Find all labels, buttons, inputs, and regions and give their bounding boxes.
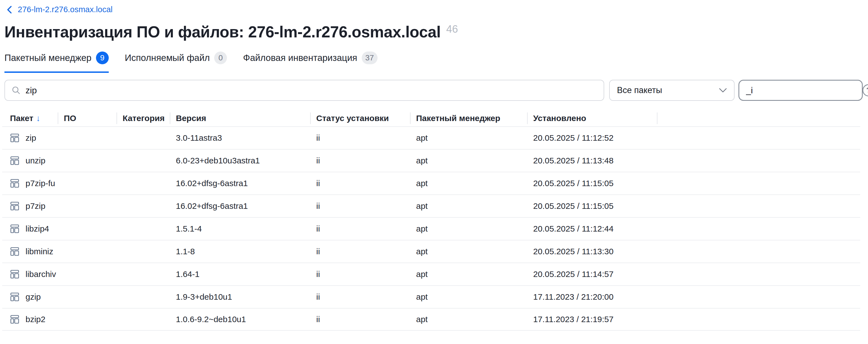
column-header-installed[interactable]: Установлено <box>527 110 657 126</box>
tab-label: Исполняемый файл <box>125 53 210 63</box>
package-name[interactable]: bzip2 <box>26 315 45 324</box>
installed-cell: 20.05.2025 / 11:13:48 <box>527 149 657 172</box>
package-icon <box>10 179 20 188</box>
installed-cell: 20.05.2025 / 11:14:57 <box>527 263 657 285</box>
tab-file-inventory[interactable]: Файловая инвентаризация 37 <box>243 51 377 73</box>
package-filter-value: Все пакеты <box>617 85 662 95</box>
install-status-cell: ii <box>310 195 410 217</box>
package-icon <box>10 247 20 256</box>
table-row[interactable]: unzip 6.0-23+deb10u3astra1 ii apt 20.05.… <box>2 149 860 172</box>
search-box[interactable] <box>4 80 604 101</box>
category-cell <box>117 263 170 285</box>
column-header-category[interactable]: Категория <box>117 110 170 126</box>
tab-executable-file[interactable]: Исполняемый файл 0 <box>125 51 227 73</box>
category-cell <box>117 195 170 217</box>
table-row[interactable]: bzip2 1.0.6-9.2~deb10u1 ii apt 17.11.202… <box>2 308 860 331</box>
column-header-software[interactable]: ПО <box>58 110 117 126</box>
table-row[interactable]: libzip4 1.5.1-4 ii apt 20.05.2025 / 11:1… <box>2 217 860 240</box>
package-name[interactable]: libminiz <box>26 247 53 256</box>
package-name[interactable]: p7zip-fu <box>26 179 55 188</box>
category-cell <box>117 172 170 195</box>
tab-count-badge: 0 <box>214 51 227 64</box>
breadcrumb-label[interactable]: 276-lm-2.r276.osmax.local <box>18 5 113 14</box>
total-count: 46 <box>446 23 458 35</box>
tab-count-badge: 37 <box>362 51 377 64</box>
package-name[interactable]: unzip <box>26 156 45 165</box>
query-filter-box[interactable]: ? <box>739 80 863 101</box>
query-filter-input[interactable] <box>746 85 863 96</box>
table-row[interactable]: zip 3.0-11astra3 ii apt 20.05.2025 / 11:… <box>2 126 860 149</box>
software-cell <box>58 263 117 285</box>
empty-cell <box>657 195 860 217</box>
install-status-cell: ii <box>310 263 410 285</box>
package-icon <box>10 133 20 143</box>
category-cell <box>117 240 170 263</box>
installed-cell: 17.11.2023 / 21:20:00 <box>527 286 657 308</box>
package-manager-cell: apt <box>410 263 527 285</box>
package-manager-cell: apt <box>410 172 527 195</box>
package-manager-cell: apt <box>410 286 527 308</box>
chevron-left-icon <box>6 5 13 14</box>
table-row[interactable]: p7zip 16.02+dfsg-6astra1 ii apt 20.05.20… <box>2 195 860 217</box>
package-name[interactable]: zip <box>26 133 36 143</box>
table-row[interactable]: gzip 1.9-3+deb10u1 ii apt 17.11.2023 / 2… <box>2 285 860 308</box>
column-header-package[interactable]: Пакет ↓ <box>2 110 58 126</box>
table-row[interactable]: libminiz 1.1-8 ii apt 20.05.2025 / 11:13… <box>2 240 860 263</box>
software-cell <box>58 240 117 263</box>
package-name[interactable]: libarchiv <box>26 270 56 279</box>
breadcrumb[interactable]: 276-lm-2.r276.osmax.local <box>6 5 113 14</box>
software-cell <box>58 286 117 308</box>
package-manager-cell: apt <box>410 309 527 330</box>
package-name[interactable]: p7zip <box>26 201 45 211</box>
tab-bar: Пакетный менеджер 9 Исполняемый файл 0 Ф… <box>4 51 377 73</box>
package-icon <box>10 292 20 302</box>
version-cell: 1.1-8 <box>170 240 310 263</box>
installed-cell: 20.05.2025 / 11:13:30 <box>527 240 657 263</box>
package-manager-cell: apt <box>410 149 527 172</box>
page-title: Инвентаризация ПО и файлов: 276-lm-2.r27… <box>4 23 441 41</box>
version-cell: 1.0.6-9.2~deb10u1 <box>170 309 310 330</box>
empty-cell <box>657 240 860 263</box>
install-status-cell: ii <box>310 149 410 172</box>
package-icon <box>10 315 20 324</box>
version-cell: 1.64-1 <box>170 263 310 285</box>
column-header-version[interactable]: Версия <box>170 110 310 126</box>
package-manager-cell: apt <box>410 127 527 149</box>
table-row[interactable]: p7zip-fu 16.02+dfsg-6astra1 ii apt 20.05… <box>2 172 860 195</box>
tab-package-manager[interactable]: Пакетный менеджер 9 <box>4 51 109 73</box>
installed-cell: 17.11.2023 / 21:19:57 <box>527 309 657 330</box>
tab-count-badge: 9 <box>96 51 109 64</box>
software-cell <box>58 149 117 172</box>
empty-cell <box>657 218 860 240</box>
category-cell <box>117 149 170 172</box>
sort-desc-icon[interactable]: ↓ <box>36 113 40 123</box>
install-status-cell: ii <box>310 127 410 149</box>
package-icon <box>10 270 20 279</box>
install-status-cell: ii <box>310 172 410 195</box>
software-cell <box>58 195 117 217</box>
package-filter-select[interactable]: Все пакеты <box>609 80 735 101</box>
column-header-install-status[interactable]: Статус установки <box>310 110 410 126</box>
version-cell: 3.0-11astra3 <box>170 127 310 149</box>
package-icon <box>10 224 20 234</box>
package-name[interactable]: libzip4 <box>26 224 49 234</box>
package-icon <box>10 201 20 211</box>
package-name[interactable]: gzip <box>26 292 41 302</box>
installed-cell: 20.05.2025 / 11:12:44 <box>527 218 657 240</box>
category-cell <box>117 309 170 330</box>
search-input[interactable] <box>26 85 597 96</box>
title-row: Инвентаризация ПО и файлов: 276-lm-2.r27… <box>4 23 458 41</box>
tab-label: Файловая инвентаризация <box>243 53 357 63</box>
column-header-package-manager[interactable]: Пакетный менеджер <box>410 110 527 126</box>
package-manager-cell: apt <box>410 218 527 240</box>
filter-bar: Все пакеты ? <box>4 80 863 101</box>
empty-cell <box>657 149 860 172</box>
version-cell: 1.9-3+deb10u1 <box>170 286 310 308</box>
table-row[interactable]: libarchiv 1.64-1 ii apt 20.05.2025 / 11:… <box>2 263 860 285</box>
help-icon[interactable]: ? <box>863 84 868 96</box>
software-cell <box>58 309 117 330</box>
category-cell <box>117 286 170 308</box>
packages-table: Пакет ↓ ПО Категория Версия Статус устан… <box>2 110 860 331</box>
category-cell <box>117 127 170 149</box>
software-cell <box>58 127 117 149</box>
